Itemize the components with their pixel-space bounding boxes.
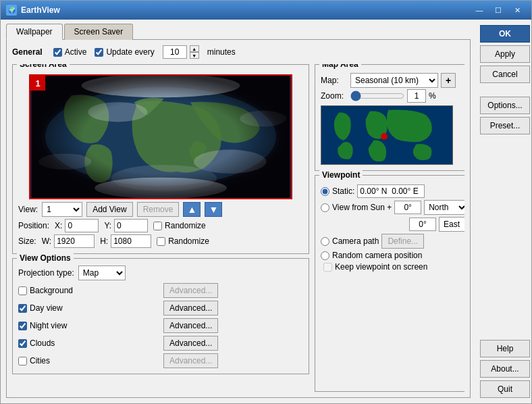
cancel-button[interactable]: Cancel: [480, 66, 530, 83]
move-up-button[interactable]: ▲: [183, 202, 201, 217]
w-input[interactable]: [54, 234, 95, 248]
quit-button[interactable]: Quit: [480, 380, 530, 398]
y-field: Y:: [104, 219, 148, 232]
percent-label: %: [429, 91, 436, 101]
coord-input[interactable]: [357, 184, 425, 198]
sun-deg2-input[interactable]: [409, 218, 436, 231]
map-area-title: Map Area: [319, 64, 361, 69]
east-select[interactable]: East West: [439, 217, 464, 232]
clouds-checkbox[interactable]: [18, 339, 27, 348]
main-panel: Wallpaper Screen Saver General Active Up…: [1, 20, 476, 403]
tab-screensaver[interactable]: Screen Saver: [64, 24, 134, 40]
preset-button[interactable]: Preset...: [480, 117, 530, 134]
options-button[interactable]: Options...: [480, 97, 530, 114]
map-badge: 1: [30, 76, 45, 91]
world-map-svg: [321, 106, 452, 164]
update-checkbox[interactable]: [95, 48, 103, 57]
cities-checkbox[interactable]: [18, 357, 27, 365]
x-input[interactable]: [65, 219, 99, 232]
randomize-pos-checkbox[interactable]: [153, 222, 162, 230]
title-bar: 🌍 EarthView — ☐ ✕: [1, 1, 531, 20]
projection-select[interactable]: Map: [78, 266, 126, 280]
map-label: Map:: [321, 76, 348, 85]
clouds-advanced-option: Advanced...: [163, 336, 303, 351]
maximize-button[interactable]: ☐: [489, 4, 507, 16]
keep-checkbox[interactable]: [323, 263, 332, 272]
background-checkbox[interactable]: [18, 286, 27, 295]
y-input[interactable]: [114, 219, 148, 232]
static-radio[interactable]: [321, 187, 329, 196]
spin-up-button[interactable]: ▲: [190, 45, 199, 52]
random-radio[interactable]: [321, 251, 329, 260]
day-view-checkbox[interactable]: [18, 304, 27, 313]
cities-advanced-button[interactable]: Advanced...: [163, 353, 218, 368]
active-label: Active: [65, 47, 87, 57]
map-area-group: Map Area Map: Seasonal (10 km) + Zoom:: [315, 64, 464, 171]
about-button[interactable]: About...: [480, 360, 530, 378]
cities-advanced-option: Advanced...: [163, 353, 303, 368]
general-section: General Active Update every: [12, 45, 464, 59]
day-view-label: Day view: [30, 303, 63, 313]
clouds-label: Clouds: [30, 338, 55, 348]
map-select-row: Map: Seasonal (10 km) +: [321, 73, 464, 88]
zoom-slider[interactable]: [350, 91, 404, 101]
random-row: Random camera position: [321, 251, 464, 260]
update-checkbox-label[interactable]: Update every: [95, 47, 154, 57]
window-controls: — ☐ ✕: [471, 4, 526, 16]
view-options-group: View Options Projection type: Map: [12, 258, 309, 374]
h-input[interactable]: [111, 234, 151, 248]
randomize-size-text: Randomize: [168, 236, 209, 246]
close-button[interactable]: ✕: [508, 4, 526, 16]
active-checkbox[interactable]: [53, 48, 62, 57]
night-advanced-button[interactable]: Advanced...: [163, 318, 218, 333]
minimize-button[interactable]: —: [471, 4, 488, 16]
clouds-advanced-button[interactable]: Advanced...: [163, 336, 218, 351]
update-label: Update every: [106, 47, 154, 57]
zoom-row: Zoom: %: [321, 89, 464, 103]
sun-deg1-input[interactable]: [394, 201, 421, 214]
update-value-input[interactable]: [163, 45, 187, 59]
spin-down-button[interactable]: ▼: [190, 52, 199, 59]
north-select[interactable]: North South: [424, 200, 464, 215]
y-label: Y:: [104, 221, 111, 230]
size-label: Size:: [18, 236, 36, 246]
viewpoint-group: Viewpoint Static:: [315, 175, 464, 392]
position-row: Position: X: Y:: [18, 219, 303, 232]
two-column-layout: Screen Area 1: [12, 64, 464, 392]
zoom-value-input[interactable]: [407, 89, 426, 103]
x-field: X:: [55, 219, 99, 232]
remove-button[interactable]: Remove: [137, 202, 180, 217]
sun-radio[interactable]: [321, 203, 329, 212]
map-select[interactable]: Seasonal (10 km): [350, 73, 438, 88]
active-checkbox-label[interactable]: Active: [53, 47, 87, 57]
apply-button[interactable]: Apply: [480, 45, 530, 63]
define-button[interactable]: Define...: [381, 234, 424, 249]
day-advanced-button[interactable]: Advanced...: [163, 301, 218, 315]
view-options-title: View Options: [17, 253, 74, 263]
view-select[interactable]: 1: [42, 202, 82, 217]
proj-label: Projection type:: [18, 268, 74, 278]
zoom-label: Zoom:: [321, 91, 348, 101]
randomize-size-checkbox[interactable]: [157, 237, 165, 246]
map-plus-button[interactable]: +: [441, 73, 456, 88]
tab-wallpaper[interactable]: Wallpaper: [6, 24, 63, 40]
help-button[interactable]: Help: [480, 340, 530, 357]
tab-content: General Active Update every: [6, 39, 471, 398]
right-column: Map Area Map: Seasonal (10 km) + Zoom:: [315, 64, 464, 392]
cities-option: Cities: [18, 353, 158, 368]
move-down-button[interactable]: ▼: [205, 202, 222, 217]
night-view-checkbox[interactable]: [18, 322, 27, 330]
ok-button[interactable]: OK: [480, 25, 530, 43]
camera-path-radio[interactable]: [321, 237, 329, 246]
svg-rect-10: [32, 76, 290, 198]
randomize-size-label[interactable]: Randomize: [157, 236, 209, 246]
window-title: EarthView: [21, 5, 471, 15]
w-field: W:: [42, 234, 95, 248]
add-view-button[interactable]: Add View: [86, 202, 132, 217]
background-advanced-option: Advanced...: [163, 283, 303, 298]
size-row: Size: W: H:: [18, 234, 303, 248]
randomize-pos-label[interactable]: Randomize: [153, 221, 206, 230]
background-advanced-button[interactable]: Advanced...: [163, 283, 218, 298]
general-row: Active Update every ▲ ▼: [53, 45, 236, 59]
random-label: Random camera position: [332, 251, 422, 260]
